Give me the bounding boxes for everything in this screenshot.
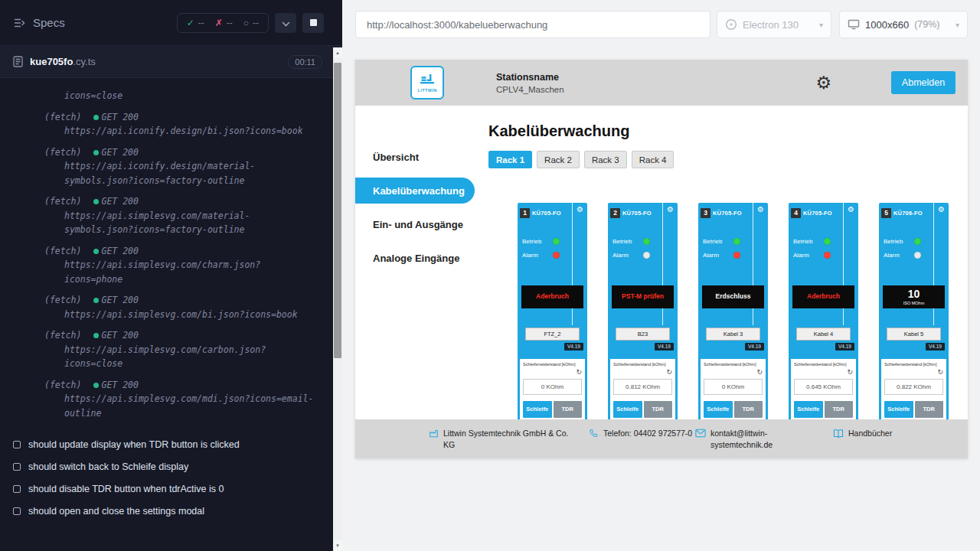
- measurement-label: Schleifenwiderstand [kOhm]: [523, 362, 582, 367]
- command-log-entry[interactable]: (fetch)GET 200https://api.simplesvg.com/…: [0, 293, 342, 321]
- card-name-field[interactable]: Kabel 4: [796, 328, 851, 341]
- led-alarm: [914, 252, 921, 259]
- toggle-details-button[interactable]: [275, 13, 296, 33]
- test-item[interactable]: should disable TDR button when tdrActive…: [0, 484, 342, 494]
- url-input[interactable]: [355, 11, 710, 38]
- footer-text: Littwin Systemtechnik GmbH & Co. KG: [443, 428, 573, 450]
- device-card: ⚙3KÜ705-FOBetriebAlarmErdschlussKabel 3V…: [698, 203, 768, 432]
- scrollbar-thumb[interactable]: [334, 63, 341, 358]
- pending-count: --: [253, 18, 259, 28]
- spec-row[interactable]: kue705fo.cy.ts 00:11: [0, 46, 342, 78]
- refresh-icon[interactable]: ↻: [937, 369, 943, 377]
- scroll-up-arrow[interactable]: ▲: [333, 47, 342, 58]
- command-log-entry[interactable]: (fetch)GET 200https://api.simplesvg.com/…: [0, 378, 342, 421]
- stat-failed: ✗--: [215, 18, 233, 28]
- card-name-field[interactable]: Kabel 3: [706, 328, 760, 341]
- electron-icon: [725, 18, 737, 31]
- scroll-down-arrow[interactable]: ▼: [333, 540, 342, 551]
- led-label: Betrieb: [884, 238, 914, 245]
- test-state-icon: [13, 485, 21, 493]
- card-name-field[interactable]: Kabel 5: [887, 328, 941, 341]
- footer-item-factory[interactable]: Littwin Systemtechnik GmbH & Co. KG: [429, 428, 573, 458]
- specs-menu-icon[interactable]: [13, 17, 25, 29]
- footer-item-phone[interactable]: Telefon: 04402 972577-0: [589, 428, 694, 458]
- command-log-entry[interactable]: icons=close: [0, 89, 342, 103]
- footer-item-email[interactable]: kontakt@littwin-systemtechnik.de: [695, 428, 781, 458]
- nav-item-ein-und-ausgaenge[interactable]: Ein- und Ausgänge: [355, 211, 475, 237]
- card-number: 4: [791, 208, 801, 218]
- card-display: PST-M prüfen: [612, 285, 674, 308]
- viewport-select[interactable]: 1000x660 (79%) ▾: [839, 11, 968, 38]
- app-header: LITTWIN Stationsname CPLV4_Maschen ⚙ Abm…: [355, 60, 968, 106]
- nav-item-kabelueberwachung[interactable]: Kabelüberwachung: [355, 178, 475, 204]
- card-name-field[interactable]: FTZ_2: [525, 328, 580, 341]
- stop-run-button[interactable]: [302, 13, 324, 33]
- command-log-entry[interactable]: (fetch)GET 200https://api.simplesvg.com/…: [0, 244, 342, 287]
- schleife-button[interactable]: Schleife: [613, 401, 642, 418]
- specs-label[interactable]: Specs: [33, 16, 65, 29]
- schleife-button[interactable]: Schleife: [794, 401, 823, 418]
- book-icon: [833, 429, 844, 439]
- refresh-icon[interactable]: ↻: [756, 369, 763, 377]
- card-display: Aderbruch: [792, 285, 854, 308]
- tab-rack-1[interactable]: Rack 1: [488, 151, 532, 168]
- chevron-down-icon: [282, 16, 290, 30]
- measurement-label: Schleifenwiderstand [kOhm]: [613, 362, 672, 367]
- command-log-entry[interactable]: (fetch)GET 200https://api.iconify.design…: [0, 110, 342, 139]
- screen: Specs ✓--✗--○-- kue705fo.cy.ts 00:11 ico…: [0, 0, 980, 551]
- settings-gear-icon[interactable]: ⚙: [815, 74, 831, 92]
- led-label: Alarm: [793, 252, 824, 259]
- app-nav: ÜbersichtKabelüberwachungEin- und Ausgän…: [355, 106, 475, 458]
- tdr-button[interactable]: TDR: [734, 401, 763, 418]
- device-card: ⚙2KÜ705-FOBetriebAlarmPST-M prüfenB23V4.…: [608, 203, 678, 432]
- browser-select[interactable]: Electron 130 ▾: [717, 11, 831, 38]
- footer-item-book[interactable]: Handbücher: [833, 428, 892, 458]
- led-label: Betrieb: [703, 238, 733, 245]
- test-title: should switch back to Schleife display: [28, 461, 188, 472]
- status-dot: [93, 150, 99, 155]
- device-card: ⚙4KÜ705-FOBetriebAlarmAderbruchKabel 4V4…: [789, 203, 858, 432]
- factory-icon: [429, 429, 439, 439]
- passed-icon: ✓: [187, 18, 194, 28]
- command-log-entry[interactable]: (fetch)GET 200https://api.simplesvg.com/…: [0, 194, 342, 237]
- nav-item-analoge-eingaenge[interactable]: Analoge Eingänge: [355, 245, 475, 271]
- chevron-down-icon: ▾: [819, 21, 823, 29]
- led-label: Alarm: [612, 252, 643, 259]
- refresh-icon[interactable]: ↻: [666, 369, 672, 377]
- tdr-button[interactable]: TDR: [554, 401, 583, 418]
- test-state-icon: [13, 441, 21, 448]
- nav-item-uebersicht[interactable]: Übersicht: [355, 144, 475, 170]
- logout-button[interactable]: Abmelden: [891, 71, 956, 94]
- device-card: ⚙1KÜ705-FOBetriebAlarmAderbruchFTZ_2V4.1…: [518, 203, 587, 432]
- rack-tabs: Rack 1Rack 2Rack 3Rack 4: [488, 151, 968, 168]
- test-item[interactable]: should open and close the settings modal: [0, 506, 342, 517]
- led-alarm: [824, 252, 831, 259]
- led-label: Betrieb: [612, 238, 643, 245]
- failed-count: --: [227, 18, 233, 28]
- tdr-button[interactable]: TDR: [825, 401, 854, 418]
- schleife-button[interactable]: Schleife: [704, 401, 733, 418]
- refresh-icon[interactable]: ↻: [576, 369, 582, 377]
- status-dot: [93, 298, 99, 303]
- tdr-button[interactable]: TDR: [915, 401, 944, 418]
- schleife-button[interactable]: Schleife: [884, 401, 913, 418]
- test-item[interactable]: should update display when TDR button is…: [0, 439, 342, 450]
- command-log-entry[interactable]: (fetch)GET 200https://api.simplesvg.com/…: [0, 328, 342, 371]
- led-alarm: [733, 252, 740, 259]
- tab-rack-2[interactable]: Rack 2: [537, 151, 580, 168]
- runner-scrollbar[interactable]: ▲ ▼: [333, 47, 342, 551]
- command-log-entry[interactable]: (fetch)GET 200https://api.iconify.design…: [0, 145, 342, 188]
- tdr-button[interactable]: TDR: [644, 401, 673, 418]
- browser-toolbar: Electron 130 ▾ 1000x660 (79%) ▾: [342, 0, 980, 49]
- refresh-icon[interactable]: ↻: [847, 369, 853, 377]
- test-item[interactable]: should switch back to Schleife display: [0, 461, 342, 472]
- tab-rack-3[interactable]: Rack 3: [584, 151, 627, 168]
- card-model: KÜ705-FO: [713, 210, 742, 217]
- card-name-field[interactable]: B23: [616, 328, 670, 341]
- tab-rack-4[interactable]: Rack 4: [632, 151, 675, 168]
- spec-file-name: kue705fo.cy.ts: [30, 56, 96, 67]
- schleife-button[interactable]: Schleife: [523, 401, 552, 418]
- card-model: KÜ706-FO: [893, 210, 923, 217]
- led-betrieb: [553, 238, 560, 245]
- browser-name: Electron 130: [743, 19, 799, 31]
